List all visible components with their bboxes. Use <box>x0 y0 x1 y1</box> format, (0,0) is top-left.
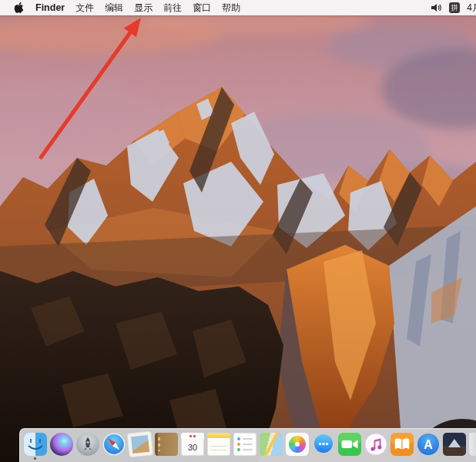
dock-item-safari[interactable] <box>102 433 126 456</box>
dock: 30 <box>19 428 476 462</box>
menu-bar-clock[interactable]: 4月 <box>467 2 476 15</box>
dock-item-siri[interactable] <box>50 433 73 456</box>
dock-item-trash[interactable] <box>469 433 476 456</box>
input-method-icon[interactable]: 拼 <box>449 2 460 13</box>
open-book-icon <box>391 433 414 456</box>
dock-item-contacts[interactable] <box>155 433 178 456</box>
dock-item-messages[interactable] <box>312 433 335 456</box>
menu-bar: Finder 文件 编辑 显示 前往 窗口 帮助 拼 4月 <box>0 0 476 15</box>
menu-item-edit[interactable]: 编辑 <box>99 0 129 15</box>
menu-item-go[interactable]: 前往 <box>158 0 187 15</box>
macos-desktop: Finder 文件 编辑 显示 前往 窗口 帮助 拼 4月 <box>0 0 476 462</box>
finder-icon <box>24 433 47 456</box>
calendar-month-strip <box>181 433 204 439</box>
video-camera-icon <box>338 433 361 456</box>
volume-icon[interactable] <box>431 3 442 12</box>
dock-item-launchpad[interactable] <box>76 433 99 456</box>
rocket-icon <box>76 433 99 456</box>
dock-item-desktop-picture-stack[interactable] <box>443 433 466 456</box>
dock-item-itunes[interactable] <box>364 433 387 456</box>
safari-compass-icon <box>102 433 126 456</box>
svg-text:A: A <box>424 438 433 451</box>
dock-item-maps[interactable] <box>260 433 283 456</box>
dock-item-reminders[interactable] <box>233 433 256 456</box>
dock-item-calendar[interactable]: 30 <box>181 433 204 456</box>
desktop-wallpaper[interactable] <box>0 0 476 462</box>
music-note-icon <box>364 433 387 456</box>
menu-item-view[interactable]: 显示 <box>129 0 158 15</box>
dock-item-finder[interactable] <box>24 433 47 456</box>
apple-menu[interactable] <box>0 2 30 14</box>
apple-logo-icon <box>13 2 23 14</box>
dock-item-notes[interactable] <box>207 433 230 456</box>
running-indicator <box>34 457 36 460</box>
menu-item-finder[interactable]: Finder <box>30 0 70 15</box>
dock-item-facetime[interactable] <box>338 433 361 456</box>
dock-item-ibooks[interactable] <box>391 433 414 456</box>
menu-item-file[interactable]: 文件 <box>70 0 99 15</box>
sierra-mountain-image <box>0 0 476 462</box>
chat-bubble-icon <box>312 433 335 456</box>
calendar-day-number: 30 <box>181 439 204 456</box>
dock-item-app-store[interactable]: A <box>417 433 440 456</box>
app-store-a-icon: A <box>417 433 440 456</box>
menu-bar-status: 拼 4月 <box>431 0 476 15</box>
dock-item-photos[interactable] <box>286 433 309 456</box>
dock-item-mail[interactable] <box>128 432 153 457</box>
menu-item-window[interactable]: 窗口 <box>187 0 216 15</box>
menu-item-help[interactable]: 帮助 <box>216 0 246 15</box>
